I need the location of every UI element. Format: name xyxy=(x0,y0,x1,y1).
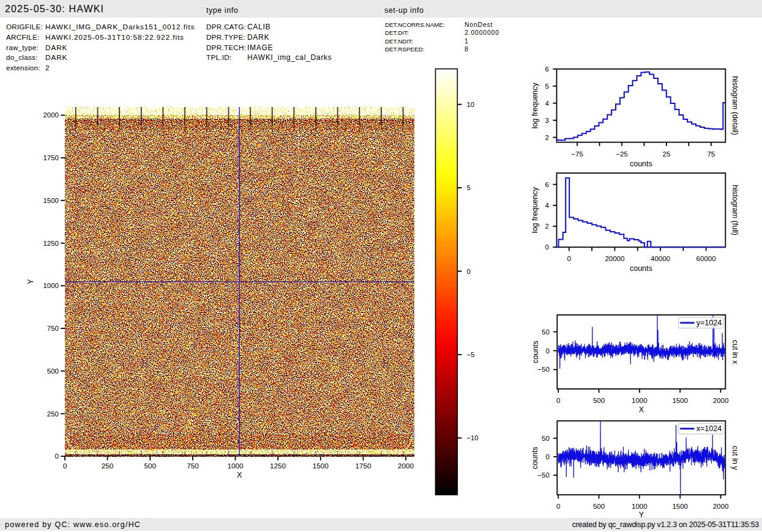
svg-text:3: 3 xyxy=(545,117,549,124)
svg-text:4: 4 xyxy=(545,202,550,209)
svg-text:Y: Y xyxy=(26,279,35,284)
svg-text:2: 2 xyxy=(545,223,549,230)
svg-text:0: 0 xyxy=(567,255,571,262)
svg-text:Y: Y xyxy=(639,511,644,519)
svg-text:1250: 1250 xyxy=(270,462,286,470)
svg-text:20000: 20000 xyxy=(605,255,624,262)
svg-text:25: 25 xyxy=(663,150,671,158)
svg-text:50: 50 xyxy=(542,328,550,336)
svg-text:0: 0 xyxy=(545,243,549,251)
svg-text:1500: 1500 xyxy=(43,197,59,204)
svg-text:1750: 1750 xyxy=(355,462,372,470)
svg-text:2000: 2000 xyxy=(43,111,59,119)
svg-text:log frequency: log frequency xyxy=(531,82,540,128)
svg-text:0: 0 xyxy=(545,347,549,355)
svg-text:counts: counts xyxy=(630,160,652,168)
svg-text:1500: 1500 xyxy=(672,397,688,404)
svg-text:counts: counts xyxy=(630,264,652,273)
svg-text:6: 6 xyxy=(545,181,549,188)
svg-text:−75: −75 xyxy=(571,150,583,158)
svg-text:2000: 2000 xyxy=(713,397,729,404)
svg-text:250: 250 xyxy=(102,462,114,470)
svg-text:0: 0 xyxy=(55,453,59,460)
svg-text:250: 250 xyxy=(47,410,59,418)
svg-text:1500: 1500 xyxy=(672,503,688,510)
svg-text:2000: 2000 xyxy=(713,503,729,510)
svg-text:X: X xyxy=(639,405,644,414)
svg-text:1750: 1750 xyxy=(43,154,59,161)
svg-text:−25: −25 xyxy=(616,150,628,158)
svg-text:1000: 1000 xyxy=(227,462,244,470)
svg-text:750: 750 xyxy=(187,462,199,470)
svg-text:0: 0 xyxy=(556,397,560,404)
svg-text:5: 5 xyxy=(545,83,549,90)
svg-text:x=1024: x=1024 xyxy=(697,424,722,433)
svg-text:cut in y: cut in y xyxy=(731,446,739,470)
svg-text:−10: −10 xyxy=(467,434,479,441)
svg-text:4: 4 xyxy=(545,100,550,107)
svg-text:1250: 1250 xyxy=(43,240,59,247)
svg-text:histogram (detail): histogram (detail) xyxy=(731,76,739,135)
svg-text:1500: 1500 xyxy=(313,462,329,470)
svg-text:6: 6 xyxy=(545,65,549,73)
svg-text:−5: −5 xyxy=(467,351,475,358)
svg-text:75: 75 xyxy=(707,150,715,158)
svg-text:60000: 60000 xyxy=(697,255,716,262)
svg-text:500: 500 xyxy=(593,397,605,404)
svg-text:−50: −50 xyxy=(537,471,550,479)
svg-text:0: 0 xyxy=(556,503,560,510)
svg-text:counts: counts xyxy=(531,446,540,469)
svg-text:500: 500 xyxy=(144,462,157,470)
svg-text:2: 2 xyxy=(545,134,549,141)
svg-text:750: 750 xyxy=(47,325,59,332)
svg-text:0: 0 xyxy=(63,462,67,470)
svg-text:50: 50 xyxy=(542,435,550,442)
svg-text:10: 10 xyxy=(467,101,474,108)
svg-text:y=1024: y=1024 xyxy=(697,319,722,327)
svg-text:0: 0 xyxy=(467,268,471,275)
svg-text:2000: 2000 xyxy=(398,462,414,470)
svg-text:500: 500 xyxy=(593,503,605,510)
svg-text:40000: 40000 xyxy=(651,255,670,262)
svg-text:0: 0 xyxy=(545,453,549,460)
svg-text:histogram (full): histogram (full) xyxy=(731,185,739,235)
svg-text:cut in x: cut in x xyxy=(731,340,739,364)
svg-text:5: 5 xyxy=(467,184,471,191)
svg-text:1000: 1000 xyxy=(632,503,648,510)
svg-text:counts: counts xyxy=(531,341,540,363)
svg-text:500: 500 xyxy=(47,368,59,375)
svg-text:−50: −50 xyxy=(537,366,550,373)
svg-text:1000: 1000 xyxy=(43,282,59,289)
svg-text:log frequency: log frequency xyxy=(531,187,540,233)
svg-text:X: X xyxy=(237,471,242,479)
svg-text:1000: 1000 xyxy=(632,397,648,404)
